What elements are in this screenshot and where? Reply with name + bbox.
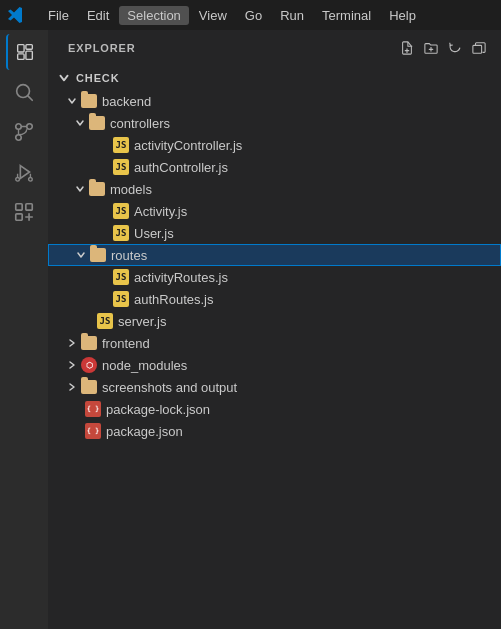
folder-models[interactable]: models — [48, 178, 501, 200]
folder-node-modules[interactable]: ⬡ node_modules — [48, 354, 501, 376]
folder-screenshots[interactable]: screenshots and output — [48, 376, 501, 398]
npm-icon: ⬡ — [80, 356, 98, 374]
js-file-icon: JS — [112, 224, 130, 242]
folder-routes[interactable]: routes — [48, 244, 501, 266]
chevron-down-icon — [72, 181, 88, 197]
file-package-lock-label: package-lock.json — [106, 402, 210, 417]
file-server-label: server.js — [118, 314, 166, 329]
folder-icon — [88, 180, 106, 198]
folder-routes-label: routes — [111, 248, 147, 263]
svg-rect-13 — [16, 214, 22, 220]
menu-bar: File Edit Selection View Go Run Terminal… — [40, 6, 424, 25]
section-header-check[interactable]: CHECK — [48, 66, 501, 90]
folder-icon — [88, 114, 106, 132]
explorer-header: EXPLORER — [48, 30, 501, 66]
explorer-actions — [397, 38, 489, 58]
chevron-down-icon — [72, 115, 88, 131]
folder-frontend-label: frontend — [102, 336, 150, 351]
menu-terminal[interactable]: Terminal — [314, 6, 379, 25]
file-authRoutes-label: authRoutes.js — [134, 292, 214, 307]
file-server[interactable]: JS server.js — [48, 310, 501, 332]
svg-line-5 — [28, 96, 32, 100]
file-activityController-label: activityController.js — [134, 138, 242, 153]
menu-file[interactable]: File — [40, 6, 77, 25]
folder-controllers-label: controllers — [110, 116, 170, 131]
activity-explorer[interactable] — [6, 34, 42, 70]
file-user[interactable]: JS User.js — [48, 222, 501, 244]
file-authController[interactable]: JS authController.js — [48, 156, 501, 178]
title-bar: File Edit Selection View Go Run Terminal… — [0, 0, 501, 30]
new-folder-btn[interactable] — [421, 38, 441, 58]
svg-point-10 — [29, 178, 33, 182]
js-file-icon: JS — [112, 202, 130, 220]
js-file-icon: JS — [96, 312, 114, 330]
chevron-down-icon — [64, 93, 80, 109]
menu-help[interactable]: Help — [381, 6, 424, 25]
chevron-right-icon — [64, 379, 80, 395]
explorer-title: EXPLORER — [68, 42, 136, 54]
collapse-btn[interactable] — [469, 38, 489, 58]
file-authController-label: authController.js — [134, 160, 228, 175]
menu-selection[interactable]: Selection — [119, 6, 188, 25]
svg-point-8 — [16, 135, 22, 141]
vscode-logo — [8, 7, 24, 23]
chevron-right-icon — [64, 357, 80, 373]
js-file-icon: JS — [112, 290, 130, 308]
activity-search[interactable] — [6, 74, 42, 110]
menu-run[interactable]: Run — [272, 6, 312, 25]
svg-rect-3 — [26, 51, 32, 59]
file-authRoutes[interactable]: JS authRoutes.js — [48, 288, 501, 310]
main-layout: EXPLORER — [0, 30, 501, 629]
chevron-down-icon — [73, 247, 89, 263]
js-file-icon: JS — [112, 136, 130, 154]
section-chevron — [56, 70, 72, 86]
section-label: CHECK — [76, 72, 120, 84]
js-file-icon: JS — [112, 158, 130, 176]
file-activityRoutes-label: activityRoutes.js — [134, 270, 228, 285]
file-activity-label: Activity.js — [134, 204, 187, 219]
svg-point-6 — [16, 124, 22, 130]
file-user-label: User.js — [134, 226, 174, 241]
folder-icon — [80, 378, 98, 396]
svg-rect-11 — [16, 204, 22, 210]
activity-source-control[interactable] — [6, 114, 42, 150]
svg-point-9 — [16, 178, 20, 182]
svg-rect-1 — [26, 45, 32, 50]
activity-run-debug[interactable] — [6, 154, 42, 190]
folder-controllers[interactable]: controllers — [48, 112, 501, 134]
file-package-lock[interactable]: { } package-lock.json — [48, 398, 501, 420]
activity-extensions[interactable] — [6, 194, 42, 230]
menu-view[interactable]: View — [191, 6, 235, 25]
svg-rect-0 — [18, 45, 24, 52]
file-activityController[interactable]: JS activityController.js — [48, 134, 501, 156]
svg-rect-12 — [26, 204, 32, 210]
activity-bar — [0, 30, 48, 629]
new-file-btn[interactable] — [397, 38, 417, 58]
folder-backend-label: backend — [102, 94, 151, 109]
svg-rect-2 — [18, 54, 24, 60]
folder-screenshots-label: screenshots and output — [102, 380, 237, 395]
refresh-btn[interactable] — [445, 38, 465, 58]
folder-backend[interactable]: backend — [48, 90, 501, 112]
folder-node-modules-label: node_modules — [102, 358, 187, 373]
sidebar: EXPLORER — [48, 30, 501, 629]
file-activity[interactable]: JS Activity.js — [48, 200, 501, 222]
svg-point-7 — [27, 124, 33, 130]
folder-icon — [80, 92, 98, 110]
folder-models-label: models — [110, 182, 152, 197]
menu-go[interactable]: Go — [237, 6, 270, 25]
folder-icon — [80, 334, 98, 352]
file-tree: CHECK backend — [48, 66, 501, 629]
file-package[interactable]: { } package.json — [48, 420, 501, 442]
svg-rect-18 — [473, 45, 482, 53]
menu-edit[interactable]: Edit — [79, 6, 117, 25]
file-package-label: package.json — [106, 424, 183, 439]
file-activityRoutes[interactable]: JS activityRoutes.js — [48, 266, 501, 288]
json-file-icon: { } — [84, 422, 102, 440]
folder-frontend[interactable]: frontend — [48, 332, 501, 354]
chevron-right-icon — [64, 335, 80, 351]
folder-icon — [89, 246, 107, 264]
json-file-icon: { } — [84, 400, 102, 418]
js-file-icon: JS — [112, 268, 130, 286]
